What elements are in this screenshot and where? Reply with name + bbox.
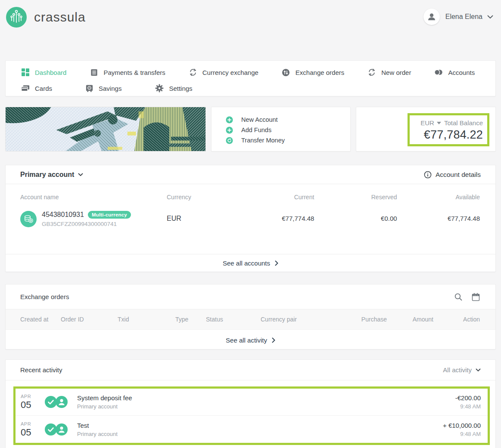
new-order-icon [367,68,376,77]
activity-date: APR 05 [21,394,41,410]
chevron-down-icon [78,173,83,176]
banknote-banner-image [5,107,206,151]
activity-row[interactable]: APR 05 Test Primary account + €10,000.00… [16,416,488,443]
activity-filter-dropdown[interactable]: All activity [443,366,481,374]
col-available: Available [397,194,480,201]
chevron-right-icon [275,260,278,266]
main-nav: Dashboard Payments & transfers Currency … [5,60,496,96]
dashboard-icon [21,68,30,77]
balance-currency: EUR [420,119,434,127]
transfer-circle-icon [226,137,233,144]
col-current: Current [231,194,314,201]
transfer-money-action[interactable]: Transfer Money [226,135,350,145]
see-all-activity-link[interactable]: See all activity [6,331,495,349]
nav-item-accounts[interactable]: Accounts [434,68,475,77]
nav-label: Accounts [448,69,475,76]
chevron-down-icon [487,15,493,19]
nav-label: New order [381,69,411,76]
account-selector-label: Primary account [20,171,74,179]
account-details-label: Account details [436,171,481,179]
balance-label: Total Balance [444,119,483,127]
col-txid: Txid [118,316,175,323]
activity-time: 9:48 AM [443,431,481,437]
nav-item-cards[interactable]: Cards [21,84,52,93]
caret-down-icon [437,122,441,124]
person-circle-icon [56,423,68,436]
see-all-accounts-label: See all accounts [223,260,270,267]
crassula-logo-icon [5,6,28,28]
activity-time: 9:48 AM [455,403,481,410]
col-purchase: Purchase [340,316,387,323]
see-all-activity-label: See all activity [226,337,267,344]
savings-safe-icon [85,84,93,93]
nav-item-currency-exchange[interactable]: Currency exchange [189,68,258,77]
action-label: Add Funds [241,127,271,133]
nav-label: Dashboard [35,69,66,76]
recent-activity-section: Recent activity All activity APR 05 Syst… [5,359,496,448]
col-currency: Currency [167,194,231,201]
avatar [423,9,440,25]
activity-amount: -€200.00 [455,394,481,402]
balance-amount: €77,784.22 [410,128,483,142]
nav-label: Payments & transfers [103,69,165,76]
nav-item-settings[interactable]: Settings [155,84,192,93]
logo-text: crassula [34,10,86,25]
see-all-accounts-link[interactable]: See all accounts [6,254,495,272]
calendar-icon[interactable] [472,293,480,301]
nav-label: Currency exchange [202,69,258,76]
search-icon[interactable] [454,293,463,301]
multi-currency-badge: Multi-currency [88,211,131,219]
activity-filter-label: All activity [443,366,472,374]
account-iban: GB35CFZZ00994300000741 [42,221,131,227]
settings-gear-icon [155,84,164,93]
account-selector[interactable]: Primary account [20,171,83,179]
account-number: 45438010931 [42,211,84,219]
col-type: Type [175,316,206,323]
currency-exchange-icon [189,68,197,77]
nav-item-savings[interactable]: Savings [85,84,121,93]
total-balance-panel: EUR Total Balance €77,784.22 [356,107,496,151]
add-funds-action[interactable]: Add Funds [226,125,350,135]
activity-subtitle: Primary account [77,403,132,410]
quick-actions-panel: New Account Add Funds Transfer Money [211,107,351,151]
nav-item-payments-transfers[interactable]: Payments & transfers [90,68,165,77]
col-account-name: Account name [20,194,167,201]
annotation-highlight-balance: EUR Total Balance €77,784.22 [408,113,489,146]
logo[interactable]: crassula [5,6,86,28]
orders-table-header: Created at Order ID Txid Type Status Cur… [6,309,495,330]
user-menu[interactable]: Elena Elena [423,9,493,25]
account-table-row[interactable]: 45438010931 Multi-currency GB35CFZZ00994… [6,201,495,227]
payments-list-icon [90,68,98,77]
accounts-table-header: Account name Currency Current Reserved A… [6,184,495,201]
activity-title: Test [77,422,118,429]
cards-icon [21,84,30,93]
nav-label: Exchange orders [296,69,344,76]
nav-label: Savings [99,85,121,92]
account-details-button[interactable]: Account details [424,171,481,179]
balance-currency-dropdown[interactable]: EUR [420,119,441,127]
account-coins-icon [20,211,37,227]
activity-row[interactable]: APR 05 System deposit fee Primary accoun… [16,389,488,416]
check-circle-icon [45,396,57,408]
check-circle-icon [45,423,57,436]
annotation-highlight-activity: APR 05 System deposit fee Primary accoun… [13,386,490,445]
col-currency-pair: Currency pair [261,316,340,323]
account-available: €77,774.48 [397,211,480,222]
activity-title: System deposit fee [77,394,132,402]
col-reserved: Reserved [314,194,397,201]
chevron-down-icon [476,368,481,372]
nav-item-dashboard[interactable]: Dashboard [21,68,66,77]
nav-item-new-order[interactable]: New order [367,68,411,77]
nav-item-exchange-orders[interactable]: Exchange orders [282,68,344,77]
account-current: €77,774.48 [231,211,314,222]
exchange-orders-section: Exchange orders Created at Order ID Txid [5,284,496,349]
action-label: Transfer Money [241,137,285,144]
col-order-id: Order ID [61,316,118,323]
topbar: crassula Elena Elena [0,0,501,39]
new-account-action[interactable]: New Account [226,114,350,125]
col-status: Status [206,316,261,323]
nav-label: Settings [169,85,192,92]
nav-label: Cards [35,85,52,92]
info-icon [424,171,432,179]
exchange-orders-title: Exchange orders [20,293,69,300]
